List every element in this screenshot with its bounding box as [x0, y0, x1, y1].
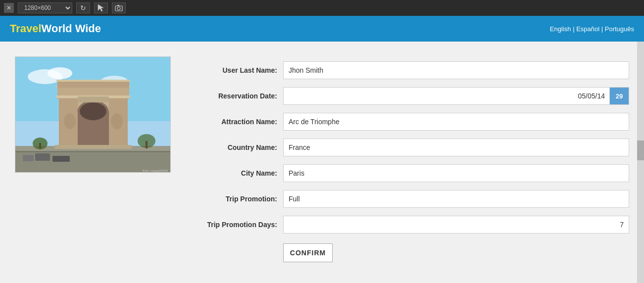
svg-rect-12 — [55, 145, 132, 149]
city-name-label: City Name: — [191, 169, 277, 177]
city-name-row: City Name: — [191, 164, 629, 182]
logo-world: World Wide — [42, 22, 101, 35]
trip-promotion-days-label: Trip Promotion Days: — [191, 221, 277, 229]
svg-rect-26 — [78, 96, 109, 102]
user-last-name-label: User Last Name: — [191, 66, 277, 74]
trip-promotion-days-input[interactable] — [283, 216, 629, 234]
attraction-image-container: flickr: moppe60330 — [15, 56, 171, 173]
svg-rect-28 — [52, 156, 70, 162]
logo-travel: Travel — [10, 22, 42, 35]
main-content: flickr: moppe60330 User Last Name: Reser… — [0, 42, 644, 283]
city-name-input[interactable] — [283, 164, 629, 182]
svg-text:flickr: moppe60330: flickr: moppe60330 — [143, 169, 168, 172]
lang-portugues[interactable]: Português — [605, 25, 634, 33]
scrollbar-thumb[interactable] — [637, 141, 644, 160]
svg-point-18 — [80, 102, 106, 120]
trip-promotion-label: Trip Promotion: — [191, 195, 277, 203]
camera-icon — [115, 4, 123, 12]
date-wrapper: 29 — [283, 87, 629, 105]
app-logo: TravelWorld Wide — [10, 22, 101, 35]
app-header: TravelWorld Wide English | Español | Por… — [0, 16, 644, 42]
trip-promotion-input[interactable] — [283, 190, 629, 208]
country-name-row: Country Name: — [191, 139, 629, 156]
svg-point-2 — [117, 7, 120, 10]
svg-rect-29 — [23, 155, 34, 161]
svg-rect-23 — [56, 80, 130, 82]
reservation-date-row: Reservation Date: 29 — [191, 87, 629, 105]
svg-point-24 — [64, 113, 76, 129]
redo-button[interactable]: ↻ — [76, 2, 90, 13]
reservation-date-input[interactable] — [283, 87, 629, 105]
confirm-row: CONFIRM — [191, 241, 629, 262]
confirm-button[interactable]: CONFIRM — [283, 243, 333, 262]
user-last-name-input[interactable] — [283, 61, 629, 79]
titlebar: ✕ 1280×600 ↻ — [0, 0, 644, 16]
calendar-button[interactable]: 29 — [609, 87, 629, 105]
svg-rect-3 — [117, 5, 119, 6]
country-name-input[interactable] — [283, 139, 629, 156]
scrollbar[interactable] — [637, 42, 644, 283]
form-panel: User Last Name: Reservation Date: 29 Att… — [191, 56, 629, 268]
reservation-date-label: Reservation Date: — [191, 92, 277, 100]
svg-point-7 — [48, 67, 72, 79]
cursor-button[interactable] — [94, 2, 108, 13]
svg-marker-0 — [98, 4, 103, 11]
svg-point-25 — [111, 113, 123, 129]
svg-rect-33 — [146, 141, 148, 148]
svg-rect-22 — [57, 81, 129, 88]
language-links: English | Español | Português — [550, 25, 634, 33]
screenshot-button[interactable] — [112, 2, 126, 13]
lang-sep2: | — [601, 25, 605, 33]
resolution-select[interactable]: 1280×600 — [18, 2, 72, 13]
image-panel: flickr: moppe60330 — [15, 56, 171, 268]
close-button[interactable]: ✕ — [4, 3, 14, 13]
attraction-name-row: Attraction Name: — [191, 113, 629, 131]
arc-de-triomphe-svg: flickr: moppe60330 — [15, 57, 171, 173]
trip-promotion-days-row: Trip Promotion Days: — [191, 216, 629, 234]
attraction-name-label: Attraction Name: — [191, 118, 277, 126]
user-last-name-row: User Last Name: — [191, 61, 629, 79]
country-name-label: Country Name: — [191, 143, 277, 151]
lang-espanol[interactable]: Español — [576, 25, 599, 33]
svg-rect-32 — [39, 143, 41, 149]
trip-promotion-row: Trip Promotion: — [191, 190, 629, 208]
svg-rect-11 — [15, 151, 171, 152]
attraction-name-input[interactable] — [283, 113, 629, 131]
cursor-icon — [97, 4, 105, 12]
svg-rect-27 — [35, 153, 50, 161]
lang-english[interactable]: English — [550, 25, 571, 33]
